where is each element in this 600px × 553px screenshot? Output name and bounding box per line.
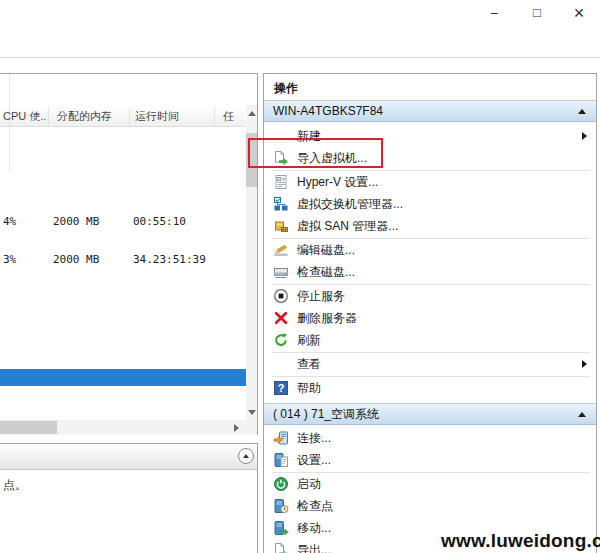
column-separator[interactable] bbox=[129, 107, 130, 125]
delete-server-icon bbox=[273, 310, 289, 326]
scroll-down-button[interactable] bbox=[246, 404, 257, 420]
action-item-label: 导出... bbox=[297, 539, 331, 553]
section-header-label: ( 014 ) 71_空调系统 bbox=[273, 407, 379, 421]
cell-cpu: 4% bbox=[3, 215, 16, 228]
action-item-delete-server[interactable]: 删除服务器 bbox=[264, 307, 596, 329]
action-item-settings[interactable]: 设置... bbox=[264, 449, 596, 471]
hyperv-settings-icon bbox=[273, 174, 289, 190]
action-item-view[interactable]: 查看 bbox=[264, 353, 596, 375]
action-item-checkpoint[interactable]: 检查点 bbox=[264, 495, 596, 517]
action-item-label: 删除服务器 bbox=[297, 307, 357, 329]
action-item-edit-disk[interactable]: 编辑磁盘... bbox=[264, 239, 596, 261]
checkpoint-icon bbox=[273, 498, 289, 514]
action-item-virtual-switch-manager[interactable]: 虚拟交换机管理器... bbox=[264, 193, 596, 215]
titlebar-divider bbox=[0, 57, 600, 58]
submenu-arrow-icon bbox=[582, 132, 587, 140]
submenu-arrow-icon bbox=[582, 360, 587, 368]
maximize-button[interactable]: □ bbox=[526, 2, 548, 24]
cell-uptime: 00:55:10 bbox=[133, 215, 186, 228]
column-separator[interactable] bbox=[214, 107, 215, 125]
collapse-panel-button[interactable] bbox=[238, 448, 254, 464]
column-separator[interactable] bbox=[48, 107, 49, 125]
column-header-memory[interactable]: 分配的内存 bbox=[57, 105, 127, 127]
scroll-down-icon bbox=[248, 410, 256, 415]
close-button[interactable]: × bbox=[568, 2, 590, 24]
virtual-switch-manager-icon bbox=[273, 196, 289, 212]
help-icon: ? bbox=[273, 380, 289, 396]
selected-row-highlight[interactable] bbox=[0, 369, 246, 386]
action-item-label: 帮助 bbox=[297, 377, 321, 399]
action-item-inspect-disk[interactable]: 检查磁盘... bbox=[264, 261, 596, 283]
action-item-label: 启动 bbox=[297, 473, 321, 495]
inspect-disk-icon bbox=[273, 264, 289, 280]
section-header-server[interactable]: WIN-A4TGBKS7F84 bbox=[264, 100, 596, 122]
connect-icon bbox=[273, 430, 289, 446]
action-item-label: 查看 bbox=[297, 353, 321, 375]
action-item-label: 虚拟 SAN 管理器... bbox=[297, 215, 398, 237]
scroll-right-icon bbox=[234, 424, 239, 432]
minimize-button[interactable]: − bbox=[483, 2, 505, 24]
action-item-refresh[interactable]: 刷新 bbox=[264, 329, 596, 351]
action-item-label: 设置... bbox=[297, 449, 331, 471]
action-item-label: Hyper-V 设置... bbox=[297, 171, 378, 193]
settings-icon bbox=[273, 452, 289, 468]
checkpoints-panel: 点。 bbox=[0, 443, 258, 553]
cell-memory: 2000 MB bbox=[53, 215, 99, 228]
move-icon bbox=[273, 520, 289, 536]
action-item-label: 刷新 bbox=[297, 329, 321, 351]
collapse-up-icon bbox=[243, 454, 249, 458]
actions-pane-title: 操作 bbox=[274, 80, 298, 97]
start-icon bbox=[273, 476, 289, 492]
action-item-start[interactable]: 启动 bbox=[264, 473, 596, 495]
column-header-task[interactable]: 任 bbox=[223, 105, 243, 127]
watermark-text: www.luweidong.cn bbox=[441, 530, 600, 552]
virtual-san-manager-icon bbox=[273, 218, 289, 234]
scroll-right-button[interactable] bbox=[228, 420, 244, 435]
export-icon bbox=[273, 542, 289, 553]
action-item-label: 编辑磁盘... bbox=[297, 239, 355, 261]
cell-memory: 2000 MB bbox=[53, 253, 99, 266]
action-item-label: 虚拟交换机管理器... bbox=[297, 193, 403, 215]
vm-list-panel: CPU 使... 分配的内存 运行时间 任 4% 2000 MB 00:55:1… bbox=[0, 73, 258, 435]
cell-cpu: 3% bbox=[3, 253, 16, 266]
section-header-vm[interactable]: ( 014 ) 71_空调系统 bbox=[264, 403, 596, 425]
checkpoints-message: 点。 bbox=[3, 477, 27, 494]
action-item-label: 连接... bbox=[297, 427, 331, 449]
scroll-up-button[interactable] bbox=[246, 105, 257, 121]
action-item-hyperv-settings[interactable]: Hyper-V 设置... bbox=[264, 171, 596, 193]
action-item-label: 停止服务 bbox=[297, 285, 345, 307]
cell-uptime: 34.23:51:39 bbox=[133, 253, 206, 266]
action-item-virtual-san-manager[interactable]: 虚拟 SAN 管理器... bbox=[264, 215, 596, 237]
stop-service-icon bbox=[273, 288, 289, 304]
checkpoints-panel-header[interactable] bbox=[0, 444, 257, 470]
action-item-help[interactable]: ? 帮助 bbox=[264, 377, 596, 399]
edit-disk-icon bbox=[273, 242, 289, 258]
action-item-connect[interactable]: 连接... bbox=[264, 427, 596, 449]
column-header-uptime[interactable]: 运行时间 bbox=[135, 105, 211, 127]
collapse-section-icon bbox=[578, 109, 586, 114]
red-highlight-annotation bbox=[248, 138, 383, 168]
section-header-label: WIN-A4TGBKS7F84 bbox=[273, 104, 383, 118]
refresh-icon bbox=[273, 332, 289, 348]
action-item-stop-service[interactable]: 停止服务 bbox=[264, 285, 596, 307]
hyperv-manager-window: − □ × CPU 使... 分配的内存 运行时间 任 4% 2000 MB 0… bbox=[0, 0, 600, 553]
action-item-label: 移动... bbox=[297, 517, 331, 539]
svg-text:?: ? bbox=[278, 382, 285, 394]
horizontal-scrollbar-thumb[interactable] bbox=[0, 421, 57, 434]
action-item-label: 检查磁盘... bbox=[297, 261, 355, 283]
collapse-section-icon bbox=[578, 412, 586, 417]
column-header-cpu[interactable]: CPU 使... bbox=[3, 105, 47, 127]
scroll-up-icon bbox=[248, 111, 256, 116]
action-item-label: 检查点 bbox=[297, 495, 333, 517]
